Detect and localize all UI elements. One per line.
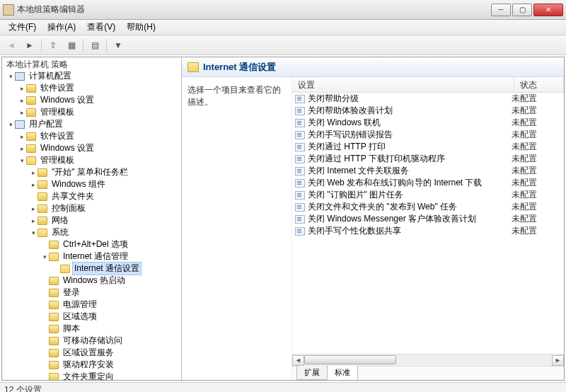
tree-node-internet_settings[interactable]: Internet 通信设置: [2, 263, 181, 275]
tree-node-control_panel[interactable]: ▸控制面板: [2, 202, 181, 214]
setting-row[interactable]: 关闭文件和文件夹的 "发布到 Web" 任务未配置: [292, 201, 564, 213]
setting-row[interactable]: 关闭手写个性化数据共享未配置: [292, 225, 564, 237]
tree-pane[interactable]: 本地计算机 策略 ▾计算机配置▸软件设置▸Windows 设置▸管理模板▾用户配…: [2, 57, 182, 380]
expand-toggle[interactable]: ▸: [18, 84, 26, 93]
filter-button[interactable]: ▼: [110, 38, 127, 53]
folder-icon: [37, 168, 47, 177]
expand-toggle[interactable]: ▸: [18, 96, 26, 105]
expand-toggle[interactable]: ▾: [6, 72, 15, 81]
tree-node-u_software[interactable]: ▸软件设置: [2, 130, 181, 142]
scroll-track[interactable]: [304, 355, 552, 366]
show-hide-tree-button[interactable]: ▦: [63, 38, 80, 53]
setting-row[interactable]: 关闭帮助体验改善计划未配置: [292, 105, 564, 117]
expand-toggle[interactable]: [52, 265, 60, 273]
expand-toggle[interactable]: ▾: [40, 253, 49, 261]
tree-node-shared_folders[interactable]: 共享文件夹: [2, 190, 181, 202]
expand-toggle[interactable]: ▸: [29, 217, 37, 225]
expand-toggle[interactable]: ▸: [18, 144, 26, 153]
expand-toggle[interactable]: ▸: [29, 204, 37, 213]
expand-toggle[interactable]: [40, 349, 49, 357]
scroll-left-button[interactable]: ◄: [292, 355, 304, 366]
scroll-right-button[interactable]: ►: [552, 355, 564, 366]
settings-list[interactable]: 关闭帮助分级未配置关闭帮助体验改善计划未配置关闭 Windows 联机未配置关闭…: [292, 93, 564, 354]
tree-root-label[interactable]: 本地计算机 策略: [2, 57, 181, 67]
expand-toggle[interactable]: [40, 337, 49, 345]
tree-node-folder_redirect[interactable]: 文件夹重定向: [2, 371, 181, 380]
setting-state: 未配置: [512, 225, 561, 237]
expand-toggle[interactable]: ▾: [18, 156, 26, 165]
menu-view[interactable]: 查看(V): [81, 20, 121, 35]
folder-icon: [26, 108, 36, 117]
minimize-button[interactable]: ─: [491, 4, 511, 16]
expand-toggle[interactable]: [40, 277, 49, 285]
tree-node-computer[interactable]: ▾计算机配置: [2, 70, 181, 82]
folder-icon: [60, 265, 70, 273]
tree-node-system[interactable]: ▾系统: [2, 226, 181, 238]
tree-node-win_components[interactable]: ▸Windows 组件: [2, 178, 181, 190]
tree-node-internet_mgmt[interactable]: ▾Internet 通信管理: [2, 250, 181, 263]
setting-row[interactable]: 关闭 Web 发布和在线订购向导的 Internet 下载未配置: [292, 177, 564, 189]
tab-extended[interactable]: 扩展: [296, 365, 328, 380]
tree-node-network[interactable]: ▸网络: [2, 214, 181, 226]
setting-name: 关闭 Internet 文件关联服务: [308, 165, 512, 177]
tree-node-removable_storage[interactable]: 可移动存储访问: [2, 335, 181, 347]
setting-state: 未配置: [512, 93, 561, 105]
horizontal-scrollbar[interactable]: ◄ ►: [292, 354, 564, 366]
up-button[interactable]: ⇧: [45, 38, 62, 53]
col-setting[interactable]: 设置: [292, 77, 514, 92]
menu-action[interactable]: 操作(A): [42, 20, 81, 35]
expand-toggle[interactable]: [29, 192, 37, 201]
folder-icon: [49, 241, 59, 249]
expand-toggle[interactable]: [40, 373, 49, 381]
expand-toggle[interactable]: ▾: [6, 120, 15, 129]
setting-row[interactable]: 关闭帮助分级未配置: [292, 93, 564, 105]
expand-toggle[interactable]: [40, 301, 49, 309]
expand-toggle[interactable]: ▸: [18, 108, 26, 117]
forward-button[interactable]: ►: [21, 38, 38, 53]
expand-toggle[interactable]: [40, 361, 49, 369]
expand-toggle[interactable]: [40, 241, 49, 249]
back-button[interactable]: ◄: [3, 38, 20, 53]
expand-toggle[interactable]: [40, 313, 49, 321]
menu-help[interactable]: 帮助(H): [121, 20, 161, 35]
setting-row[interactable]: 关闭通过 HTTP 下载打印机驱动程序未配置: [292, 153, 564, 165]
expand-toggle[interactable]: ▸: [18, 132, 26, 141]
properties-button[interactable]: ▤: [86, 38, 103, 53]
setting-row[interactable]: 关闭通过 HTTP 打印未配置: [292, 141, 564, 153]
expand-toggle[interactable]: ▾: [29, 229, 37, 237]
setting-row[interactable]: 关闭 "订购图片" 图片任务未配置: [292, 189, 564, 201]
setting-row[interactable]: 关闭 Internet 文件关联服务未配置: [292, 165, 564, 177]
tree-node-u_windows[interactable]: ▸Windows 设置: [2, 142, 181, 154]
scroll-thumb[interactable]: [304, 355, 396, 364]
policy-icon: [295, 155, 305, 163]
tree-node-u_admin[interactable]: ▾管理模板: [2, 154, 181, 166]
tree-node-c_admin[interactable]: ▸管理模板: [2, 106, 181, 118]
tree-node-c_software[interactable]: ▸软件设置: [2, 82, 181, 94]
setting-row[interactable]: 关闭手写识别错误报告未配置: [292, 129, 564, 141]
tree-node-start_taskbar[interactable]: ▸"开始" 菜单和任务栏: [2, 166, 181, 178]
tree-node-region_settings[interactable]: 区域设置服务: [2, 347, 181, 359]
menu-file[interactable]: 文件(F): [3, 20, 42, 35]
tab-standard[interactable]: 标准: [327, 365, 358, 380]
tree-node-logon[interactable]: 登录: [2, 287, 181, 299]
tree-node-user[interactable]: ▾用户配置: [2, 118, 181, 130]
tree-node-area_options[interactable]: 区域选项: [2, 311, 181, 323]
tree-node-power_mgmt[interactable]: 电源管理: [2, 299, 181, 311]
maximize-button[interactable]: ▢: [512, 4, 532, 16]
col-state[interactable]: 状态: [514, 77, 564, 92]
tree-node-c_windows[interactable]: ▸Windows 设置: [2, 94, 181, 106]
folder-icon: [37, 229, 47, 237]
expand-toggle[interactable]: ▸: [29, 168, 37, 177]
expand-toggle[interactable]: ▸: [29, 180, 37, 189]
tree-node-win_hotstart[interactable]: Windows 热启动: [2, 275, 181, 287]
expand-toggle[interactable]: [40, 325, 49, 333]
expand-toggle[interactable]: [40, 289, 49, 297]
folder-icon: [26, 96, 36, 105]
setting-row[interactable]: 关闭 Windows 联机未配置: [292, 117, 564, 129]
tree-node-driver_install[interactable]: 驱动程序安装: [2, 359, 181, 371]
tree-node-scripts[interactable]: 脚本: [2, 323, 181, 335]
tab-strip: 扩展 标准: [292, 366, 564, 380]
setting-row[interactable]: 关闭 Windows Messenger 客户体验改善计划未配置: [292, 213, 564, 225]
tree-node-ctrl_alt_del[interactable]: Ctrl+Alt+Del 选项: [2, 238, 181, 250]
close-button[interactable]: ✕: [533, 4, 563, 16]
